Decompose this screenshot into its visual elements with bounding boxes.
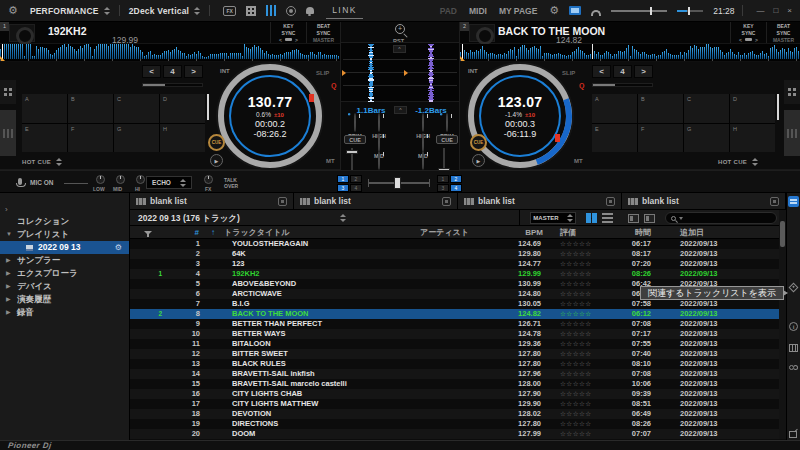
view-grid-icon[interactable] <box>586 213 597 223</box>
track-rating[interactable]: ☆☆☆☆☆ <box>545 429 605 439</box>
assign-ch2-left[interactable]: 2 <box>350 175 362 183</box>
deck2-beat-sync-button[interactable]: BEAT SYNC MASTER <box>766 22 800 43</box>
palette-slot-icon[interactable] <box>770 197 779 206</box>
track-rating[interactable]: ☆☆☆☆☆ <box>545 339 605 349</box>
deck1-mixer-tab[interactable] <box>0 110 16 156</box>
rating-column-header[interactable]: 評価 <box>545 226 605 239</box>
deck1-key-sync-button[interactable]: KEY SYNC <> <box>270 22 306 43</box>
track-rating[interactable]: ☆☆☆☆☆ <box>545 359 605 369</box>
sidebar-collapse-icon[interactable]: › <box>5 205 8 214</box>
filter-column-header[interactable] <box>130 226 166 239</box>
pad-bank-prev-button[interactable]: < <box>142 65 161 78</box>
export-window-icon[interactable] <box>789 431 797 438</box>
track-rating[interactable]: ☆☆☆☆☆ <box>545 319 605 329</box>
artwork-large-icon[interactable] <box>644 214 655 223</box>
master-deck-select[interactable]: MASTER <box>530 212 576 224</box>
hot-cue-pad-H[interactable]: H <box>160 124 205 153</box>
hot-cue-pad-F[interactable]: F <box>638 124 683 153</box>
deck2-pad-mode-label[interactable]: HOT CUE <box>718 158 758 166</box>
assign-ch1-right[interactable]: 1 <box>437 175 449 183</box>
track-row[interactable]: 15BRAVETTI-SAIL marcelo castelli128.00☆☆… <box>130 379 779 389</box>
headphones-icon[interactable] <box>591 10 601 16</box>
deck2-key-sync-button[interactable]: KEY SYNC <> <box>730 22 766 43</box>
ch2-cue-button[interactable]: CUE <box>436 135 458 144</box>
sidebar-item[interactable]: ▶録音 <box>0 306 129 319</box>
playlist-gear-icon[interactable]: ⚙ <box>115 241 122 254</box>
deck2-play-button[interactable]: ▶ <box>472 154 485 167</box>
assign-ch4-right[interactable]: 4 <box>450 184 462 192</box>
crossfader-handle[interactable] <box>394 177 401 189</box>
view-list-icon[interactable] <box>602 213 613 223</box>
assign-ch3-right[interactable]: 3 <box>437 184 449 192</box>
hot-cue-pad-A[interactable]: A <box>592 94 637 123</box>
deck1-slip-button[interactable]: SLIP <box>316 70 329 76</box>
tree-arrow-icon[interactable]: ▶ <box>6 280 11 293</box>
track-rating[interactable]: ☆☆☆☆☆ <box>545 379 605 389</box>
hot-cue-pad-G[interactable]: G <box>114 124 159 153</box>
track-rating[interactable]: ☆☆☆☆☆ <box>545 349 605 359</box>
tracklist-scrollbar[interactable] <box>779 210 786 439</box>
track-row[interactable]: 14192KH2129.99☆☆☆☆☆08:262022/09/13 <box>130 269 779 279</box>
beat-panel-expand-button[interactable]: ^ <box>393 45 406 53</box>
tree-arrow-icon[interactable]: ▶ <box>6 306 11 319</box>
track-row[interactable]: 12BITTER SWEET127.80☆☆☆☆☆07:402022/09/13 <box>130 349 779 359</box>
hot-cue-pad-H[interactable]: H <box>730 124 775 153</box>
palette-tab[interactable]: blank list <box>458 193 622 209</box>
track-row[interactable]: 11BITALOON129.36☆☆☆☆☆07:552022/09/13 <box>130 339 779 349</box>
deck2-mt-button[interactable]: MT <box>574 158 583 164</box>
mode-select[interactable]: PERFORMANCE <box>30 6 99 16</box>
track-row[interactable]: 19DIRECTIONS127.80☆☆☆☆☆08:262022/09/13 <box>130 419 779 429</box>
pad-bank-next-button[interactable]: > <box>184 65 203 78</box>
mode-select-caret-icon[interactable] <box>104 7 110 15</box>
deck1-pad-mode-label[interactable]: HOT CUE <box>22 158 62 166</box>
fader-handle[interactable] <box>346 150 358 154</box>
palette-slot-icon[interactable] <box>606 197 615 206</box>
mic-on-label[interactable]: MIC ON <box>30 179 53 186</box>
info-icon[interactable]: i <box>789 322 798 331</box>
track-rating[interactable]: ☆☆☆☆☆ <box>545 239 605 249</box>
deck2-pads-tab[interactable] <box>784 80 800 104</box>
pad-mode-button[interactable]: PAD <box>440 6 457 16</box>
deck1-int-mode[interactable]: INT <box>220 68 230 74</box>
title-column-header[interactable]: ↑トラックタイトル <box>204 226 420 239</box>
midi-button[interactable]: MIDI <box>469 6 487 16</box>
window-minimize-button[interactable]: — <box>756 6 764 15</box>
hot-cue-pad-C[interactable]: C <box>114 94 159 123</box>
fx-panel-icon[interactable]: FX <box>223 6 236 16</box>
pad-bank-prev-button[interactable]: < <box>592 65 611 78</box>
deck1-jog-wheel[interactable]: 130.77 0.6%±10 00:00.2 -08:26.2 <box>218 64 322 168</box>
pad-bank-next-button[interactable]: > <box>634 65 653 78</box>
notifications-bell-icon[interactable] <box>306 7 314 14</box>
tree-arrow-icon[interactable]: ▶ <box>6 293 11 306</box>
link-tracks-icon[interactable] <box>789 365 794 370</box>
master-volume-slider[interactable] <box>611 10 667 12</box>
deck2-int-mode[interactable]: INT <box>468 68 478 74</box>
pads-panel-icon[interactable] <box>246 6 256 16</box>
time-column-header[interactable]: 時間 <box>605 226 655 239</box>
low-knob-icon[interactable] <box>378 151 380 170</box>
track-rating[interactable]: ☆☆☆☆☆ <box>545 369 605 379</box>
hot-cue-pad-F[interactable]: F <box>68 124 113 153</box>
tree-arrow-icon[interactable]: ▶ <box>6 254 11 267</box>
bpm-column-header[interactable]: BPM <box>505 226 545 239</box>
track-rating[interactable]: ☆☆☆☆☆ <box>545 259 605 269</box>
track-row[interactable]: 18DEVOTION128.02☆☆☆☆☆06:492022/09/13 <box>130 409 779 419</box>
track-row[interactable]: 264K129.80☆☆☆☆☆08:172022/09/13 <box>130 249 779 259</box>
mic-level-slider[interactable] <box>64 183 88 184</box>
panel-toggle-icon[interactable] <box>788 196 799 207</box>
palette-slot-icon[interactable] <box>278 197 287 206</box>
track-rating[interactable]: ☆☆☆☆☆ <box>545 299 605 309</box>
trim-knob-icon[interactable] <box>446 113 448 132</box>
sidebar-item[interactable]: ▶演奏履歴 <box>0 293 129 306</box>
assign-ch2-right[interactable]: 2 <box>450 175 462 183</box>
deck2-mixer-tab[interactable] <box>784 110 800 156</box>
mic-fx-select[interactable]: ECHO <box>146 176 192 189</box>
track-row[interactable]: 17CITY LIGHTS MATTHEW129.90☆☆☆☆☆08:51202… <box>130 399 779 409</box>
track-rating[interactable]: ☆☆☆☆☆ <box>545 309 605 319</box>
sidebar-item[interactable]: ▶デバイス <box>0 280 129 293</box>
display-icon[interactable] <box>569 6 581 15</box>
track-rating[interactable]: ☆☆☆☆☆ <box>545 249 605 259</box>
ch1-cue-button[interactable]: CUE <box>344 135 366 144</box>
track-rating[interactable]: ☆☆☆☆☆ <box>545 409 605 419</box>
track-rating[interactable]: ☆☆☆☆☆ <box>545 289 605 299</box>
